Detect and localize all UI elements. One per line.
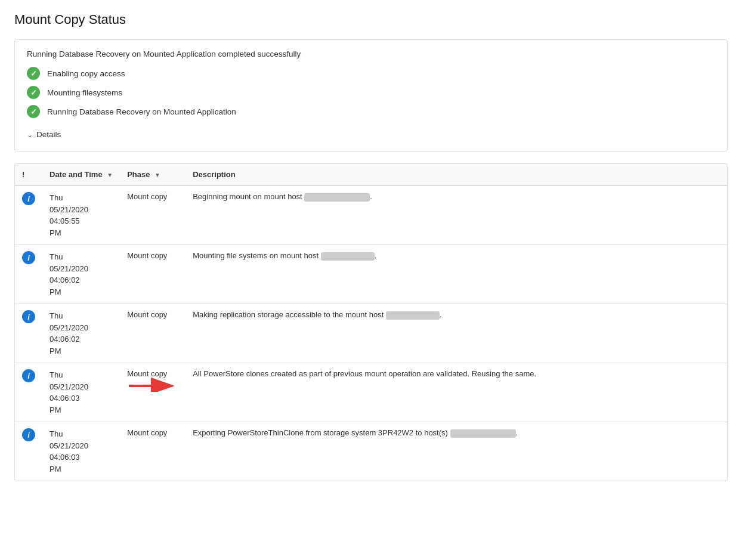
info-icon: i xyxy=(22,310,35,323)
info-icon: i xyxy=(22,192,35,205)
icon-cell: i xyxy=(15,422,42,481)
status-label-3: Running Database Recovery on Mounted App… xyxy=(47,107,236,116)
col-header-icon: ! xyxy=(15,164,42,185)
description-cell: Beginning mount on mount host . xyxy=(186,185,727,245)
table-row: iThu 05/21/2020 04:06:02 PMMount copyMou… xyxy=(15,245,727,304)
description-cell: Making replication storage accessible to… xyxy=(186,304,727,363)
check-icon-2 xyxy=(27,86,40,99)
details-label: Details xyxy=(36,130,61,139)
sort-icon-datetime: ▼ xyxy=(107,172,113,178)
status-item-2: Mounting filesystems xyxy=(27,86,715,99)
redacted-text xyxy=(450,429,516,438)
info-icon: i xyxy=(22,428,35,441)
table-row: iThu 05/21/2020 04:06:03 PMMount copyAll… xyxy=(15,363,727,422)
redacted-text xyxy=(321,252,375,261)
description-text: Exporting PowerStoreThinClone from stora… xyxy=(193,428,448,437)
table-header-row: ! Date and Time ▼ Phase ▼ Description xyxy=(15,164,727,185)
phase-cell: Mount copy xyxy=(120,363,186,422)
status-label-1: Enabling copy access xyxy=(47,69,125,78)
col-header-phase[interactable]: Phase ▼ xyxy=(120,164,186,185)
icon-cell: i xyxy=(15,304,42,363)
description-cell: All PowerStore clones created as part of… xyxy=(186,363,727,422)
description-text: Beginning mount on mount host xyxy=(193,192,302,201)
table-section: ! Date and Time ▼ Phase ▼ Description xyxy=(14,163,728,481)
icon-cell: i xyxy=(15,185,42,245)
description-text: Making replication storage accessible to… xyxy=(193,310,384,319)
status-message: Running Database Recovery on Mounted App… xyxy=(27,49,715,58)
log-table: ! Date and Time ▼ Phase ▼ Description xyxy=(15,164,727,481)
icon-cell: i xyxy=(15,363,42,422)
datetime-cell: Thu 05/21/2020 04:06:02 PM xyxy=(42,245,120,304)
check-icon-3 xyxy=(27,105,40,118)
description-cell: Exporting PowerStoreThinClone from stora… xyxy=(186,422,727,481)
page-container: Mount Copy Status Running Database Recov… xyxy=(0,0,742,493)
col-header-description: Description xyxy=(186,164,727,185)
sort-icon-phase: ▼ xyxy=(154,172,160,178)
check-icon-1 xyxy=(27,67,40,80)
description-text: All PowerStore clones created as part of… xyxy=(193,369,536,378)
info-icon: i xyxy=(22,251,35,264)
phase-cell: Mount copy xyxy=(120,185,186,245)
status-item-3: Running Database Recovery on Mounted App… xyxy=(27,105,715,118)
page-title: Mount Copy Status xyxy=(14,12,728,27)
datetime-cell: Thu 05/21/2020 04:06:03 PM xyxy=(42,422,120,481)
col-header-datetime[interactable]: Date and Time ▼ xyxy=(42,164,120,185)
redacted-text xyxy=(386,311,440,320)
phase-cell: Mount copy xyxy=(120,245,186,304)
phase-cell: Mount copy xyxy=(120,304,186,363)
description-text: Mounting file systems on mount host xyxy=(193,251,319,260)
chevron-down-icon: ⌄ xyxy=(27,131,33,139)
datetime-cell: Thu 05/21/2020 04:06:02 PM xyxy=(42,304,120,363)
datetime-cell: Thu 05/21/2020 04:05:55 PM xyxy=(42,185,120,245)
table-row: iThu 05/21/2020 04:05:55 PMMount copyBeg… xyxy=(15,185,727,245)
table-row: iThu 05/21/2020 04:06:03 PMMount copyExp… xyxy=(15,422,727,481)
status-item-1: Enabling copy access xyxy=(27,67,715,80)
details-row[interactable]: ⌄ Details xyxy=(27,124,715,141)
datetime-cell: Thu 05/21/2020 04:06:03 PM xyxy=(42,363,120,422)
red-arrow-annotation xyxy=(126,374,180,392)
status-label-2: Mounting filesystems xyxy=(47,88,122,97)
info-icon: i xyxy=(22,369,35,382)
phase-cell: Mount copy xyxy=(120,422,186,481)
icon-cell: i xyxy=(15,245,42,304)
description-cell: Mounting file systems on mount host . xyxy=(186,245,727,304)
status-section: Running Database Recovery on Mounted App… xyxy=(14,39,728,151)
table-row: iThu 05/21/2020 04:06:02 PMMount copyMak… xyxy=(15,304,727,363)
redacted-text xyxy=(304,193,370,202)
